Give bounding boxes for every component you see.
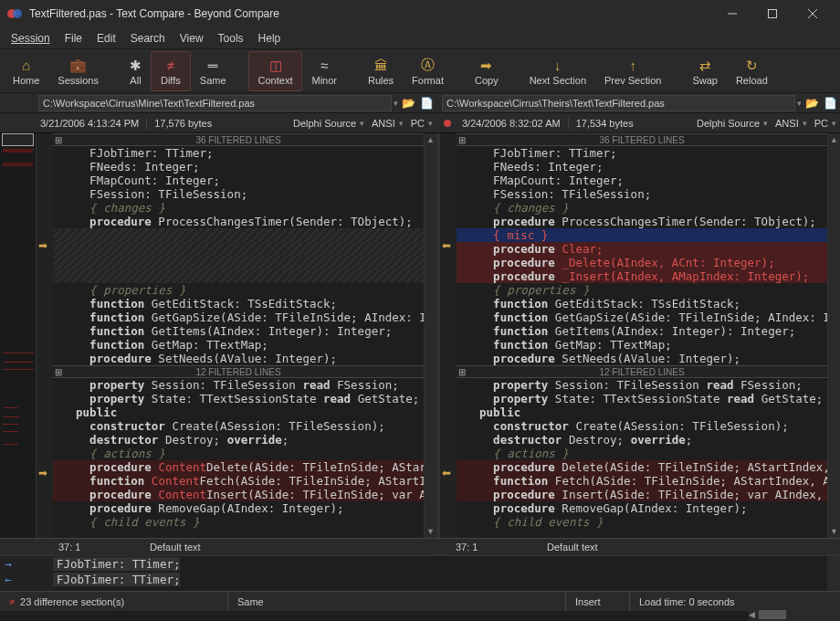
expand-icon[interactable]: ⊞ bbox=[458, 135, 466, 145]
svg-rect-3 bbox=[769, 10, 777, 18]
right-lang-dropdown[interactable]: Delphi Source▾ bbox=[697, 118, 768, 129]
format-icon: Ⓐ bbox=[421, 57, 435, 75]
infobar: 3/21/2006 4:13:24 PM 17,576 bytes Delphi… bbox=[0, 113, 840, 133]
expand-icon[interactable]: ⊞ bbox=[55, 367, 62, 377]
rules-button[interactable]: 🏛Rules bbox=[359, 51, 403, 91]
menu-edit[interactable]: Edit bbox=[89, 30, 123, 47]
compare-workspace: ➡ ➡ ⊞36 FILTERED LINES FJobTimer: TTimer… bbox=[0, 133, 840, 538]
menu-view[interactable]: View bbox=[173, 30, 211, 47]
right-eol-dropdown[interactable]: PC▾ bbox=[814, 118, 836, 129]
left-info: 3/21/2006 4:13:24 PM 17,576 bytes Delphi… bbox=[37, 113, 436, 132]
status-diffs: ≠23 difference section(s) bbox=[0, 592, 228, 611]
not-equal-icon: ≠ bbox=[9, 596, 15, 607]
right-path-input[interactable] bbox=[442, 95, 795, 111]
reload-button[interactable]: ↻Reload bbox=[727, 51, 777, 91]
status-mode: Same bbox=[228, 592, 566, 611]
house-icon: ⌂ bbox=[22, 57, 30, 75]
svg-point-1 bbox=[13, 9, 22, 18]
menubar: Session File Edit Search View Tools Help bbox=[0, 27, 840, 49]
right-code-pane[interactable]: ⊞36 FILTERED LINES FJobTimer: TTimer; FN… bbox=[457, 133, 827, 538]
browse-left-icon[interactable]: 📂 bbox=[400, 95, 416, 111]
expand-icon[interactable]: ⊞ bbox=[55, 135, 62, 145]
right-encoding-dropdown[interactable]: ANSI▾ bbox=[775, 118, 807, 129]
right-hscrollbar[interactable]: ◀ bbox=[749, 608, 840, 621]
app-icon bbox=[7, 6, 22, 21]
same-button[interactable]: ═Same bbox=[191, 51, 236, 91]
diff-arrow-right-icon[interactable]: ➡ bbox=[38, 467, 47, 479]
context-icon: ◫ bbox=[269, 57, 282, 75]
equal-icon: ═ bbox=[208, 57, 218, 75]
arrow-right-icon: → bbox=[0, 557, 16, 571]
diffs-button[interactable]: ≠Diffs bbox=[151, 51, 191, 91]
format-button[interactable]: ⒶFormat bbox=[403, 51, 453, 91]
copy-button[interactable]: ➡Copy bbox=[466, 51, 508, 91]
sessions-button[interactable]: 💼Sessions bbox=[48, 51, 108, 91]
swap-icon: ⇄ bbox=[699, 57, 711, 75]
left-size: 17,576 bytes bbox=[146, 118, 212, 129]
left-date: 3/21/2006 4:13:24 PM bbox=[40, 118, 139, 129]
chevron-down-icon[interactable]: ▾ bbox=[797, 99, 802, 108]
filtered-header[interactable]: ⊞12 FILTERED LINES bbox=[53, 365, 424, 378]
filtered-header[interactable]: ⊞36 FILTERED LINES bbox=[53, 133, 424, 146]
open-right-icon[interactable]: 📄 bbox=[822, 95, 838, 111]
left-eol-dropdown[interactable]: PC▾ bbox=[411, 118, 433, 129]
all-button[interactable]: ✱All bbox=[121, 51, 151, 91]
line-diff-panel: → ← FJobTimer: TTimer; FJobTimer: TTimer… bbox=[0, 554, 840, 591]
left-vscrollbar[interactable]: ▲▼ bbox=[424, 133, 436, 538]
left-path-input[interactable] bbox=[38, 95, 392, 111]
maximize-button[interactable] bbox=[752, 0, 793, 27]
bottom-vscrollbar[interactable] bbox=[827, 556, 840, 591]
right-style-name: Default text bbox=[529, 542, 822, 553]
diff-line-right: FJobTimer: TTimer; bbox=[53, 572, 827, 587]
right-date: 3/24/2006 8:32:02 AM bbox=[462, 118, 561, 129]
statusbar: ≠23 difference section(s) Same Insert Lo… bbox=[0, 591, 840, 611]
minimize-button[interactable] bbox=[712, 0, 752, 27]
next-section-button[interactable]: ↓Next Section bbox=[520, 51, 595, 91]
swap-button[interactable]: ⇄Swap bbox=[683, 51, 727, 91]
arrow-up-icon: ↑ bbox=[629, 57, 636, 75]
browse-right-icon[interactable]: 📂 bbox=[803, 95, 820, 111]
filtered-header[interactable]: ⊞12 FILTERED LINES bbox=[457, 365, 827, 378]
chevron-down-icon[interactable]: ▾ bbox=[394, 99, 398, 108]
left-gutter: ➡ ➡ bbox=[37, 133, 53, 538]
right-vscrollbar[interactable]: ▲▼ bbox=[827, 133, 840, 538]
newer-indicator-icon bbox=[444, 120, 451, 127]
pathbar: ▾ 📂 📄 ▾ 📂 📄 bbox=[0, 93, 840, 113]
diff-arrow-left-icon[interactable]: ➡ bbox=[442, 239, 451, 252]
left-lang-dropdown[interactable]: Delphi Source▾ bbox=[293, 118, 364, 129]
left-cursor-pos: 37: 1 bbox=[58, 542, 131, 553]
briefcase-icon: 💼 bbox=[69, 57, 87, 75]
diff-arrow-right-icon[interactable]: ➡ bbox=[38, 239, 47, 252]
arrow-down-icon: ↓ bbox=[554, 57, 562, 75]
left-pane-status: 37: 1 Default text ◀ bbox=[53, 539, 430, 555]
minor-button[interactable]: ≈Minor bbox=[302, 51, 346, 91]
menu-file[interactable]: File bbox=[58, 30, 89, 47]
thumbnail-overview[interactable] bbox=[0, 133, 37, 538]
expand-icon[interactable]: ⊞ bbox=[458, 367, 466, 377]
not-equal-icon: ≠ bbox=[167, 57, 174, 75]
left-encoding-dropdown[interactable]: ANSI▾ bbox=[372, 118, 404, 129]
left-code-pane[interactable]: ⊞36 FILTERED LINES FJobTimer: TTimer; FN… bbox=[53, 133, 424, 538]
open-left-icon[interactable]: 📄 bbox=[418, 95, 435, 111]
diff-line-left: FJobTimer: TTimer; bbox=[53, 556, 827, 572]
diff-arrow-left-icon[interactable]: ➡ bbox=[442, 467, 451, 479]
right-pane-status: 37: 1 Default text ◀ bbox=[450, 539, 827, 555]
right-cursor-pos: 37: 1 bbox=[456, 542, 529, 553]
left-style-name: Default text bbox=[131, 542, 425, 553]
home-button[interactable]: ⌂Home bbox=[4, 51, 48, 91]
approx-icon: ≈ bbox=[320, 57, 328, 75]
context-button[interactable]: ◫Context bbox=[248, 51, 303, 91]
referee-icon: 🏛 bbox=[374, 57, 388, 75]
prev-section-button[interactable]: ↑Prev Section bbox=[595, 51, 670, 91]
main-toolbar: ⌂Home 💼Sessions ✱All ≠Diffs ═Same ◫Conte… bbox=[0, 49, 840, 93]
menu-tools[interactable]: Tools bbox=[211, 30, 251, 47]
menu-session[interactable]: Session bbox=[4, 30, 58, 47]
reload-icon: ↻ bbox=[746, 57, 758, 75]
right-path-panel: ▾ 📂 📄 bbox=[440, 93, 840, 112]
filtered-header[interactable]: ⊞36 FILTERED LINES bbox=[457, 133, 827, 146]
close-button[interactable] bbox=[793, 0, 833, 27]
menu-search[interactable]: Search bbox=[123, 30, 173, 47]
arrow-left-icon: ← bbox=[0, 573, 16, 586]
menu-help[interactable]: Help bbox=[251, 30, 289, 47]
right-size: 17,534 bytes bbox=[568, 118, 634, 129]
